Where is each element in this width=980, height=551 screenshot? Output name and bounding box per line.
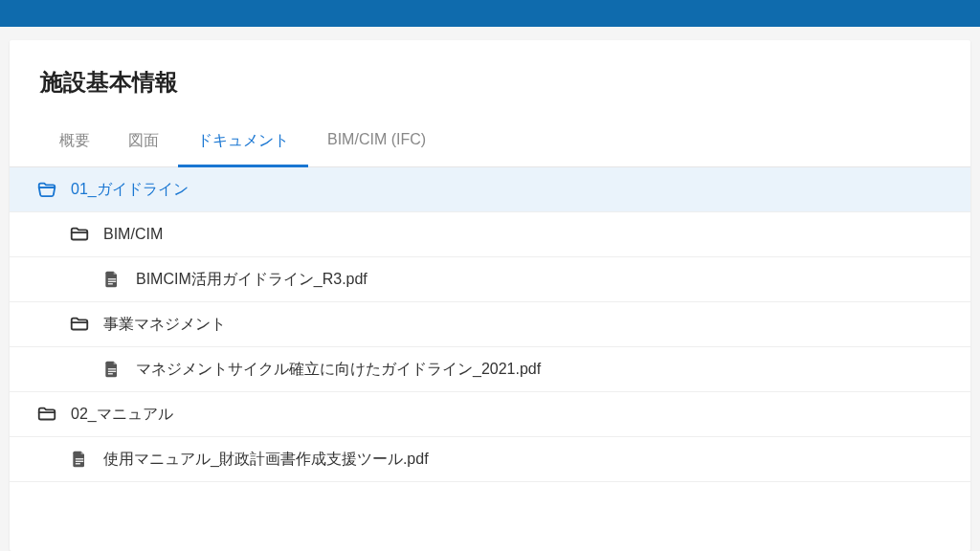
tab-bimcim[interactable]: BIM/CIM (IFC): [308, 118, 445, 167]
file-icon: [69, 449, 90, 470]
main-card: 施設基本情報 概要 図面 ドキュメント BIM/CIM (IFC) 01_ガイド…: [10, 40, 970, 551]
svg-rect-2: [108, 283, 113, 284]
tree-folder[interactable]: 01_ガイドライン: [10, 167, 970, 212]
top-bar: [0, 0, 980, 27]
tree-folder[interactable]: 02_マニュアル: [10, 392, 970, 437]
svg-rect-5: [108, 373, 113, 374]
file-icon: [101, 359, 122, 380]
tree-item-label: 使用マニュアル_財政計画書作成支援ツール.pdf: [103, 450, 429, 470]
tree-file[interactable]: 使用マニュアル_財政計画書作成支援ツール.pdf: [10, 437, 970, 482]
tree-item-label: 事業マネジメント: [103, 315, 226, 335]
tabs: 概要 図面 ドキュメント BIM/CIM (IFC): [10, 117, 970, 167]
tab-drawings[interactable]: 図面: [109, 118, 178, 167]
tree-item-label: BIM/CIM: [103, 226, 163, 243]
svg-rect-1: [108, 281, 116, 282]
page-title: 施設基本情報: [10, 40, 970, 117]
tree-file[interactable]: BIMCIM活用ガイドライン_R3.pdf: [10, 257, 970, 302]
tab-documents[interactable]: ドキュメント: [178, 118, 308, 167]
file-icon: [101, 269, 122, 290]
tree-item-label: マネジメントサイクル確立に向けたガイドライン_2021.pdf: [136, 360, 541, 380]
tab-overview[interactable]: 概要: [40, 118, 109, 167]
svg-rect-8: [76, 463, 80, 464]
tree-folder[interactable]: 事業マネジメント: [10, 302, 970, 347]
svg-rect-7: [76, 461, 83, 462]
svg-rect-0: [108, 278, 116, 279]
folder-icon: [69, 224, 90, 245]
svg-rect-3: [108, 368, 116, 369]
folder-open-icon: [36, 179, 57, 200]
folder-icon: [69, 314, 90, 335]
svg-rect-6: [76, 458, 83, 459]
document-tree: 01_ガイドライン BIM/CIM BIMCIM活: [10, 167, 970, 482]
tree-folder[interactable]: BIM/CIM: [10, 212, 970, 257]
tree-file[interactable]: マネジメントサイクル確立に向けたガイドライン_2021.pdf: [10, 347, 970, 392]
tree-item-label: 02_マニュアル: [71, 405, 173, 425]
svg-rect-4: [108, 371, 116, 372]
tree-item-label: 01_ガイドライン: [71, 180, 189, 200]
tree-item-label: BIMCIM活用ガイドライン_R3.pdf: [136, 270, 368, 290]
folder-icon: [36, 404, 57, 425]
